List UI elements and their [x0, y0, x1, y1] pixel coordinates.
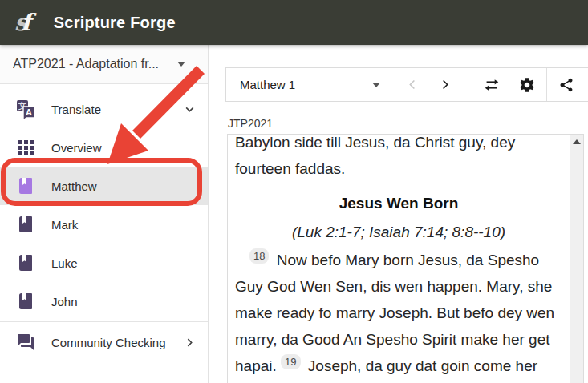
toolbar-divider: [546, 68, 547, 101]
chevron-right-icon: [185, 337, 195, 348]
dropdown-caret-icon: [177, 62, 185, 67]
grid-icon: [16, 138, 35, 157]
sidebar-item-label: Community Checking: [51, 336, 166, 349]
sidebar-item-overview[interactable]: Overview: [0, 128, 208, 167]
sidebar-item-label: Matthew: [51, 179, 97, 193]
dropdown-caret-icon: [372, 83, 380, 87]
scroll-up-icon[interactable]: [573, 139, 581, 144]
chapter-select-label: Matthew 1: [240, 78, 372, 91]
share-icon: [558, 77, 574, 93]
translate-icon: 文 A: [16, 99, 35, 119]
chevron-left-icon: [407, 79, 419, 91]
swap-arrows-icon: [483, 76, 501, 94]
book-icon: [16, 292, 35, 311]
swap-source-button[interactable]: [474, 68, 509, 101]
sidebar-item-matthew[interactable]: Matthew: [0, 167, 208, 205]
sidebar-item-label: John: [51, 295, 78, 308]
sidebar-divider: [0, 321, 208, 322]
sidebar-item-translate[interactable]: 文 A Translate: [0, 90, 208, 128]
svg-text:A: A: [26, 107, 32, 117]
share-button[interactable]: [549, 68, 584, 101]
book-icon: [16, 253, 35, 272]
source-project-label: JTP2021: [228, 117, 273, 130]
sidebar-item-label: Translate: [51, 103, 101, 116]
book-icon: [16, 215, 35, 234]
sidebar-item-community-checking[interactable]: Community Checking: [0, 323, 208, 361]
section-heading: Jesus Wen Born: [235, 190, 562, 216]
verse-fragment: Babylon side till Jesus, da Christ guy, …: [235, 134, 562, 182]
scripture-content: Babylon side till Jesus, da Christ guy, …: [235, 134, 562, 383]
sidebar-item-john[interactable]: John: [0, 282, 208, 321]
next-chapter-button[interactable]: [428, 68, 460, 101]
book-icon: [16, 176, 35, 196]
scrollbar[interactable]: [570, 135, 583, 383]
verse-number-badge: 19: [281, 354, 300, 369]
chapter-select[interactable]: Matthew 1: [226, 78, 383, 91]
forum-icon: [16, 333, 35, 352]
scripture-text-panel: Babylon side till Jesus, da Christ guy, …: [227, 134, 584, 383]
parallel-reference: (Luk 2:1-7; Isaiah 7:14; 8:8--10): [235, 219, 562, 245]
app-logo-icon: sf: [14, 11, 31, 34]
sidebar-item-label: Luke: [51, 256, 78, 270]
sidebar: ATP2021 - Adaptation fr... 文 A Translate: [0, 45, 209, 383]
project-selector[interactable]: ATP2021 - Adaptation fr...: [0, 45, 208, 84]
gear-icon: [518, 76, 536, 94]
app-title: Scripture Forge: [54, 14, 176, 32]
app-bar: sf Scripture Forge: [0, 0, 588, 45]
previous-chapter-button[interactable]: [396, 68, 428, 101]
settings-button[interactable]: [509, 68, 545, 101]
chevron-down-icon: [185, 104, 195, 115]
chapter-toolbar: Matthew 1: [225, 67, 588, 102]
chevron-right-icon: [439, 79, 451, 91]
sidebar-item-mark[interactable]: Mark: [0, 205, 208, 244]
sidebar-item-luke[interactable]: Luke: [0, 244, 208, 282]
sidebar-item-label: Mark: [51, 218, 78, 232]
toolbar-divider: [472, 68, 472, 101]
verse-paragraph: 18 Now befo Mary born Jesus, da Spesho G…: [235, 247, 562, 383]
project-selector-label: ATP2021 - Adaptation fr...: [13, 57, 177, 71]
sidebar-item-label: Overview: [51, 141, 102, 155]
verse-number-badge: 18: [249, 248, 269, 264]
